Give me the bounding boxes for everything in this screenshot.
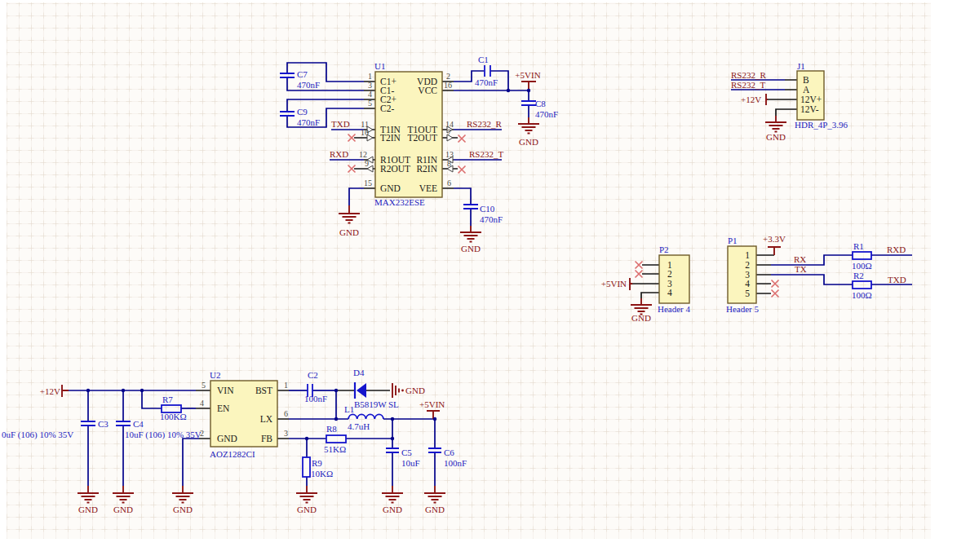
u2-pin-name: BST bbox=[255, 386, 272, 395]
p1-part-name[interactable]: Header 5 bbox=[726, 304, 760, 314]
u2-pin-name: GND bbox=[217, 434, 237, 443]
net-label-rx[interactable]: RX bbox=[794, 254, 806, 264]
u1-pin-number: 1 bbox=[368, 72, 372, 81]
gnd-label[interactable]: GND bbox=[405, 386, 425, 395]
c6-designator[interactable]: C6 bbox=[444, 448, 454, 457]
p2-pin-number: 2 bbox=[667, 269, 672, 279]
r8-designator[interactable]: R8 bbox=[326, 424, 337, 434]
r1-designator[interactable]: R1 bbox=[853, 241, 864, 251]
c6-value[interactable]: 100nF bbox=[444, 458, 467, 468]
c7-designator[interactable]: C7 bbox=[297, 69, 308, 79]
u2-designator[interactable]: U2 bbox=[210, 370, 220, 380]
c3-value[interactable]: 0uF (106) 10% 35V bbox=[2, 430, 73, 440]
p1-body[interactable] bbox=[728, 246, 756, 303]
l1-designator[interactable]: L1 bbox=[344, 404, 354, 414]
u1-pin-number: 13 bbox=[445, 150, 454, 159]
net-label-txd[interactable]: TXD bbox=[331, 119, 350, 129]
gnd-label[interactable]: GND bbox=[339, 227, 359, 237]
u1-pin-name: R2IN bbox=[416, 164, 437, 174]
junction-dot bbox=[527, 89, 530, 92]
u2-pin-name: EN bbox=[217, 403, 230, 413]
l1-value[interactable]: 4.7uH bbox=[348, 421, 370, 431]
c3-designator[interactable]: C3 bbox=[98, 419, 109, 429]
r8-value[interactable]: 51KΩ bbox=[324, 444, 346, 454]
power-label-5vin[interactable]: +5VIN bbox=[515, 70, 540, 80]
u2-part-name[interactable]: AOZ1282CI bbox=[210, 449, 255, 459]
net-label-rs232r[interactable]: RS232_R bbox=[467, 119, 502, 129]
d4-value[interactable]: B5819W bbox=[354, 399, 387, 409]
gnd-label[interactable]: GND bbox=[461, 244, 481, 254]
gnd-label[interactable]: GND bbox=[766, 132, 786, 142]
u2-pin-number: 6 bbox=[284, 409, 288, 418]
p1-designator[interactable]: P1 bbox=[728, 236, 738, 245]
r2-value[interactable]: 100Ω bbox=[852, 290, 872, 300]
junction-dot bbox=[305, 437, 308, 440]
gnd-label[interactable]: GND bbox=[173, 505, 193, 514]
r7-value[interactable]: 100KΩ bbox=[160, 412, 187, 421]
power-label-5vin[interactable]: +5VIN bbox=[601, 279, 627, 289]
c8-designator[interactable]: C8 bbox=[535, 99, 546, 108]
u1-pin-number: 7 bbox=[447, 128, 451, 137]
u1-pin-number: 4 bbox=[368, 90, 372, 99]
p1-pin-number: 1 bbox=[745, 250, 750, 260]
gnd-label[interactable]: GND bbox=[383, 505, 402, 514]
junction-dot bbox=[391, 437, 394, 440]
gnd-label[interactable]: GND bbox=[519, 137, 538, 147]
c5-value[interactable]: 10uF bbox=[401, 458, 420, 468]
j1-designator[interactable]: J1 bbox=[797, 61, 805, 71]
net-label-rs232t[interactable]: RS232_T bbox=[469, 149, 503, 159]
p2-part-name[interactable]: Header 4 bbox=[658, 304, 691, 314]
c7-value[interactable]: 470nF bbox=[297, 80, 320, 90]
u1-pin-number: 12 bbox=[359, 150, 367, 159]
power-label-3v3[interactable]: +3.3V bbox=[763, 234, 786, 244]
net-label-rxd[interactable]: RXD bbox=[330, 149, 348, 159]
u2-pin-name: LX bbox=[260, 414, 273, 424]
c9-value[interactable]: 470nF bbox=[297, 117, 320, 127]
junction-dot bbox=[122, 389, 125, 392]
c2-value[interactable]: 100nF bbox=[304, 394, 327, 403]
c10-value[interactable]: 470nF bbox=[480, 214, 503, 224]
c4-value[interactable]: 10uF (106) 10% 35V bbox=[125, 430, 202, 440]
p2-body[interactable] bbox=[659, 255, 689, 303]
net-label-tx[interactable]: TX bbox=[795, 264, 807, 274]
u1-pin-number: 3 bbox=[368, 81, 372, 90]
junction-dot bbox=[507, 89, 510, 92]
p2-designator[interactable]: P2 bbox=[659, 245, 669, 254]
c10-designator[interactable]: C10 bbox=[480, 204, 495, 214]
r1-value[interactable]: 100Ω bbox=[852, 261, 872, 271]
power-label-12v[interactable]: +12V bbox=[40, 386, 60, 396]
gnd-label[interactable]: GND bbox=[78, 505, 98, 514]
j1-pin-name: A bbox=[803, 85, 810, 95]
c4-designator[interactable]: C4 bbox=[133, 419, 144, 429]
net-label-rxd[interactable]: RXD bbox=[887, 245, 906, 254]
j1-part-name[interactable]: HDR_4P_3.96 bbox=[795, 120, 848, 130]
c2-designator[interactable]: C2 bbox=[308, 370, 318, 380]
u1-part-name[interactable]: MAX232ESE bbox=[374, 197, 425, 207]
r7-designator[interactable]: R7 bbox=[162, 395, 173, 404]
net-label-rs232t[interactable]: RS232_T bbox=[731, 80, 765, 90]
gnd-label[interactable]: GND bbox=[297, 505, 317, 514]
r9-value[interactable]: 10KΩ bbox=[311, 469, 333, 478]
gnd-label[interactable]: GND bbox=[631, 313, 651, 323]
gnd-label[interactable]: GND bbox=[113, 505, 133, 514]
power-label-12v[interactable]: +12V bbox=[741, 95, 761, 104]
r9-designator[interactable]: R9 bbox=[312, 458, 322, 468]
schematic-canvas[interactable]: U1 MAX232ESE C1+ C1- C2+ C2- T1IN T2IN R… bbox=[0, 0, 979, 560]
net-label-rs232r[interactable]: RS232_R bbox=[731, 70, 766, 80]
c1-value[interactable]: 470nF bbox=[475, 77, 498, 87]
u1-designator[interactable]: U1 bbox=[374, 61, 385, 71]
u1-pin-number: 10 bbox=[361, 128, 369, 137]
r2-designator[interactable]: R2 bbox=[853, 271, 864, 280]
c5-designator[interactable]: C5 bbox=[401, 448, 412, 457]
net-label-txd[interactable]: TXD bbox=[888, 275, 906, 284]
p1-pin-number: 5 bbox=[745, 289, 750, 298]
u1-pin-number: 6 bbox=[447, 179, 451, 187]
c9-designator[interactable]: C9 bbox=[297, 107, 308, 117]
d4-designator[interactable]: D4 bbox=[353, 368, 365, 377]
power-label-5vin[interactable]: +5VIN bbox=[419, 399, 445, 409]
gnd-label[interactable]: GND bbox=[425, 505, 445, 514]
u1-pin-name: R2OUT bbox=[380, 164, 410, 174]
d4-package[interactable]: SL bbox=[388, 399, 399, 409]
c8-value[interactable]: 470nF bbox=[535, 109, 558, 119]
c1-designator[interactable]: C1 bbox=[478, 55, 489, 64]
